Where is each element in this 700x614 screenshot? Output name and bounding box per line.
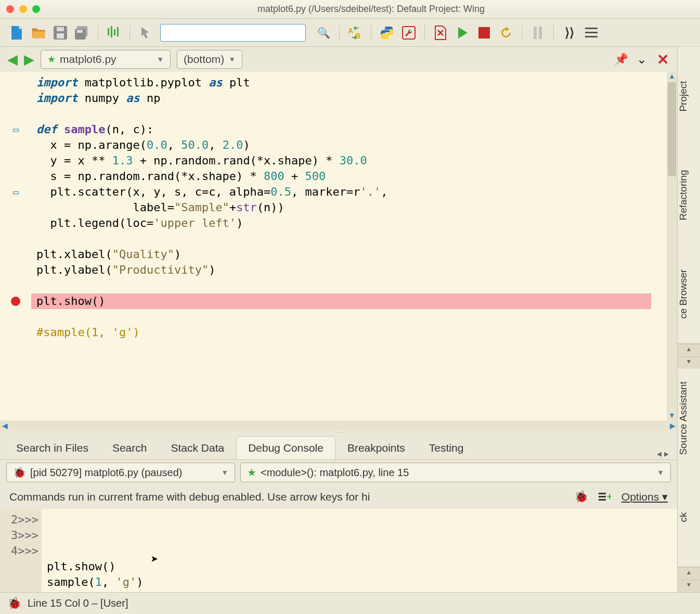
- tab-debug-console[interactable]: Debug Console: [236, 436, 335, 459]
- window-minimize-button[interactable]: [19, 5, 27, 13]
- scrollbar-thumb[interactable]: [668, 82, 676, 176]
- code-line[interactable]: s = np.random.rand(*x.shape) * 800 + 500: [36, 169, 667, 184]
- scope-selector[interactable]: (bottom) ▼: [177, 50, 242, 69]
- indent-icon[interactable]: [107, 25, 121, 40]
- gutter-row[interactable]: [0, 231, 31, 247]
- scroll-down-icon[interactable]: ▼: [667, 411, 677, 420]
- console-line[interactable]: plt.show(): [47, 559, 677, 574]
- python-icon[interactable]: [380, 25, 394, 40]
- tabs-scroll-nav[interactable]: ◂ ▸: [653, 448, 673, 459]
- new-file-icon[interactable]: [9, 25, 24, 40]
- add-watch-icon[interactable]: +: [599, 491, 611, 503]
- compare-icon[interactable]: AB: [348, 25, 362, 40]
- code-line[interactable]: plt.scatter(x, y, s, c=c, alpha=0.5, mar…: [36, 184, 667, 200]
- console-line[interactable]: sample(1, 'g'): [47, 574, 677, 590]
- side-tab-source-assistant[interactable]: Source Assistant: [678, 369, 700, 468]
- restart-icon[interactable]: [499, 25, 513, 40]
- code-line[interactable]: plt.legend(loc='upper left'): [36, 215, 667, 231]
- gutter-row[interactable]: [0, 75, 31, 91]
- code-line[interactable]: x = np.arange(0.0, 50.0, 2.0): [36, 137, 667, 153]
- file-selector[interactable]: ★ matplot6.py ▼: [41, 50, 171, 69]
- gutter-row[interactable]: [0, 169, 31, 184]
- close-icon[interactable]: ✕: [655, 52, 670, 67]
- editor-gutter[interactable]: ▭▭: [0, 72, 31, 420]
- gutter-row[interactable]: [0, 262, 31, 278]
- side-scroll-down[interactable]: ▾: [678, 356, 700, 369]
- vertical-scrollbar[interactable]: ▲ ▼: [667, 72, 677, 420]
- code-line[interactable]: [36, 231, 667, 247]
- code-line[interactable]: #sample(1, 'g'): [36, 325, 667, 340]
- console-body[interactable]: ➤ plt.show()sample(1, 'g'): [42, 509, 677, 592]
- gutter-row[interactable]: [0, 200, 31, 215]
- side-scroll-up[interactable]: ▴: [678, 344, 700, 356]
- open-folder-icon[interactable]: [31, 25, 46, 40]
- horizontal-scrollbar[interactable]: ◀ ▶: [0, 420, 677, 431]
- stop-debug-icon[interactable]: [433, 25, 448, 40]
- tab-search[interactable]: Search: [100, 436, 159, 459]
- gutter-row[interactable]: [0, 309, 31, 325]
- expand-down-icon[interactable]: ⌄: [634, 52, 649, 67]
- pin-icon[interactable]: 📌: [614, 52, 628, 67]
- side-tab-project[interactable]: Project: [678, 47, 700, 146]
- tab-testing[interactable]: Testing: [417, 436, 476, 459]
- step-icon[interactable]: ⟩⟩: [562, 25, 577, 40]
- tab-search-in-files[interactable]: Search in Files: [4, 436, 100, 459]
- gutter-row[interactable]: ▭: [0, 184, 31, 200]
- code-line[interactable]: plt.xlabel("Quality"): [36, 247, 667, 262]
- code-line[interactable]: [36, 309, 667, 325]
- stop-icon[interactable]: [477, 25, 491, 40]
- scroll-left-icon[interactable]: ◀: [0, 421, 9, 430]
- gutter-row[interactable]: [0, 278, 31, 293]
- side-tab-refactoring[interactable]: Refactoring: [678, 146, 700, 245]
- gutter-row[interactable]: [0, 325, 31, 340]
- side-scroll-down[interactable]: ▾: [678, 580, 700, 592]
- code-line[interactable]: y = x ** 1.3 + np.random.rand(*x.shape) …: [36, 153, 667, 169]
- cursor-icon[interactable]: [138, 25, 153, 40]
- search-icon[interactable]: 🔍: [316, 25, 331, 40]
- run-icon[interactable]: [455, 25, 470, 40]
- debug-console[interactable]: 2>>>3>>>4>>> ➤ plt.show()sample(1, 'g'): [0, 509, 677, 592]
- code-line[interactable]: import matplotlib.pyplot as plt: [36, 75, 667, 91]
- code-line[interactable]: plt.show(): [31, 293, 651, 309]
- options-menu[interactable]: OOptionsptions ▾: [621, 491, 668, 503]
- nav-back-icon[interactable]: ◀: [7, 52, 18, 68]
- bug-toggle-icon[interactable]: 🐞: [574, 490, 588, 504]
- process-selector[interactable]: 🐞 [pid 50279] matplot6.py (paused) ▼: [6, 463, 235, 482]
- gutter-row[interactable]: ▭: [0, 122, 31, 137]
- scroll-up-icon[interactable]: ▲: [667, 72, 677, 81]
- gutter-row[interactable]: [0, 137, 31, 153]
- gutter-row[interactable]: [0, 91, 31, 106]
- frame-selector[interactable]: ★ <module>(): matplot6.py, line 15 ▼: [240, 463, 671, 482]
- nav-forward-icon[interactable]: ▶: [24, 52, 34, 68]
- code-editor[interactable]: ▭▭ import matplotlib.pyplot as pltimport…: [0, 72, 677, 420]
- code-line[interactable]: import numpy as np: [36, 91, 667, 106]
- pause-icon[interactable]: [530, 25, 545, 40]
- tab-stack-data[interactable]: Stack Data: [159, 436, 236, 459]
- save-all-icon[interactable]: [75, 25, 89, 40]
- code-line[interactable]: plt.ylabel("Productivity"): [36, 262, 667, 278]
- search-box[interactable]: [160, 24, 306, 42]
- window-close-button[interactable]: [6, 5, 14, 13]
- breakpoint-icon[interactable]: [11, 297, 20, 306]
- wrench-icon[interactable]: [401, 25, 416, 40]
- side-tab-ck[interactable]: ck: [678, 468, 700, 567]
- splitter[interactable]: ┄┄┄: [0, 431, 677, 435]
- gutter-row[interactable]: [0, 215, 31, 231]
- code-line[interactable]: [36, 106, 667, 122]
- code-area[interactable]: import matplotlib.pyplot as pltimport nu…: [31, 72, 667, 420]
- window-zoom-button[interactable]: [32, 5, 40, 13]
- side-tab-ce-browser[interactable]: ce Browser: [678, 245, 700, 344]
- tab-breakpoints[interactable]: Breakpoints: [335, 436, 417, 459]
- side-scroll-up[interactable]: ▴: [678, 567, 700, 580]
- gutter-row[interactable]: [0, 106, 31, 122]
- gutter-row[interactable]: [0, 153, 31, 169]
- gutter-row[interactable]: [0, 293, 31, 309]
- code-line[interactable]: def sample(n, c):: [36, 122, 667, 137]
- save-icon[interactable]: [53, 25, 68, 40]
- search-input[interactable]: [165, 28, 301, 37]
- code-line[interactable]: [36, 278, 667, 293]
- scroll-right-icon[interactable]: ▶: [668, 421, 677, 430]
- menu-icon[interactable]: [584, 25, 599, 40]
- code-line[interactable]: label="Sample"+str(n)): [36, 200, 667, 215]
- gutter-row[interactable]: [0, 247, 31, 262]
